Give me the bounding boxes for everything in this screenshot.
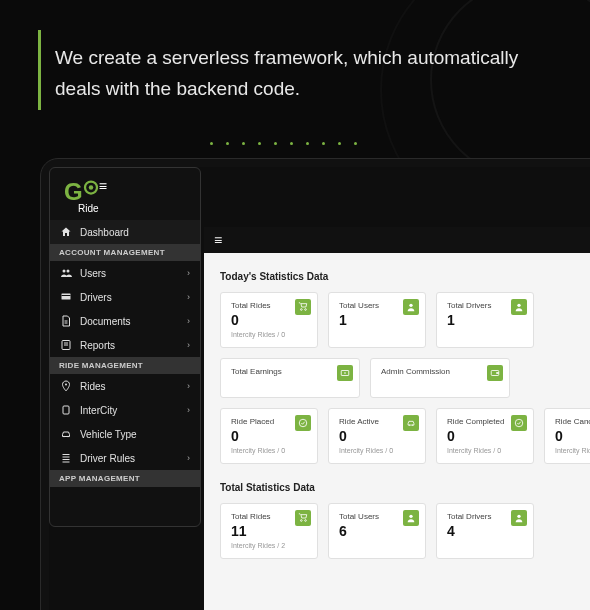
nav-header-account: ACCOUNT MANAGEMENT <box>50 244 200 261</box>
logo: G ≡ Ride <box>50 168 200 220</box>
laptop-frame: ≡ Today's Statistics Data Total Rides 0 … <box>40 158 590 610</box>
section-title-today: Today's Statistics Data <box>220 271 590 282</box>
nav-documents[interactable]: Documents› <box>50 309 200 333</box>
cart-icon <box>295 299 311 315</box>
svg-point-12 <box>515 419 523 427</box>
user-icon <box>511 299 527 315</box>
svg-rect-8 <box>496 372 499 374</box>
sidebar: G ≡ Ride Dashboard ACCOUNT MANAGEMENT Us… <box>49 167 201 527</box>
nav-dashboard[interactable]: Dashboard <box>50 220 200 244</box>
chevron-right-icon: › <box>187 453 190 463</box>
svg-point-6 <box>344 372 346 374</box>
check-circle-icon <box>511 415 527 431</box>
svg-point-17 <box>63 270 66 273</box>
nav-users[interactable]: Users› <box>50 261 200 285</box>
svg-point-23 <box>63 436 65 438</box>
svg-point-11 <box>412 424 413 425</box>
card-ride-completed: Ride Completed 0 Intercity Rides / 0 <box>436 408 534 464</box>
chevron-right-icon: › <box>187 316 190 326</box>
svg-point-4 <box>517 304 520 307</box>
svg-point-9 <box>299 419 307 427</box>
nav-vehicle[interactable]: Vehicle Type <box>50 422 200 446</box>
nav-reports[interactable]: Reports› <box>50 333 200 357</box>
chevron-right-icon: › <box>187 340 190 350</box>
card-commission: Admin Commission <box>370 358 510 398</box>
chevron-right-icon: › <box>187 381 190 391</box>
svg-point-13 <box>409 515 412 518</box>
svg-point-10 <box>409 424 410 425</box>
user-icon <box>403 510 419 526</box>
svg-point-16 <box>88 185 93 190</box>
card-ride-active: Ride Active 0 Intercity Rides / 0 <box>328 408 426 464</box>
card-t-users: Total Users 6 <box>328 503 426 559</box>
card-total-drivers: Total Drivers 1 <box>436 292 534 348</box>
card-ride-canceled: Ride Canceled 0 Intercity Rides / 0 <box>544 408 590 464</box>
svg-point-24 <box>67 436 69 438</box>
svg-point-21 <box>65 384 67 386</box>
svg-rect-22 <box>63 406 69 414</box>
card-total-rides: Total Rides 0 Intercity Rides / 0 <box>220 292 318 348</box>
nav-header-ride: RIDE MANAGEMENT <box>50 357 200 374</box>
nav-rules[interactable]: Driver Rules› <box>50 446 200 470</box>
chevron-right-icon: › <box>187 405 190 415</box>
dashboard-topbar: ≡ <box>204 227 590 253</box>
card-ride-placed: Ride Placed 0 Intercity Rides / 0 <box>220 408 318 464</box>
dashboard-panel: ≡ Today's Statistics Data Total Rides 0 … <box>204 227 590 610</box>
svg-point-18 <box>67 270 70 273</box>
card-earnings: Total Earnings <box>220 358 360 398</box>
cart-icon <box>295 510 311 526</box>
wallet-icon <box>487 365 503 381</box>
svg-point-3 <box>409 304 412 307</box>
nav-header-app: APP MANAGEMENT <box>50 470 200 487</box>
headline-text: We create a serverless framework, which … <box>55 42 545 105</box>
check-circle-icon <box>295 415 311 431</box>
nav-rides[interactable]: Rides› <box>50 374 200 398</box>
user-icon <box>511 510 527 526</box>
svg-point-14 <box>517 515 520 518</box>
chevron-right-icon: › <box>187 268 190 278</box>
chevron-right-icon: › <box>187 292 190 302</box>
svg-rect-19 <box>62 294 71 300</box>
menu-icon[interactable]: ≡ <box>214 232 222 248</box>
nav-intercity[interactable]: InterCity› <box>50 398 200 422</box>
card-total-users: Total Users 1 <box>328 292 426 348</box>
car-icon <box>403 415 419 431</box>
section-title-total: Total Statistics Data <box>220 482 590 493</box>
card-t-drivers: Total Drivers 4 <box>436 503 534 559</box>
card-t-rides: Total Rides 11 Intercity Rides / 2 <box>220 503 318 559</box>
user-icon <box>403 299 419 315</box>
money-icon <box>337 365 353 381</box>
nav-drivers[interactable]: Drivers› <box>50 285 200 309</box>
